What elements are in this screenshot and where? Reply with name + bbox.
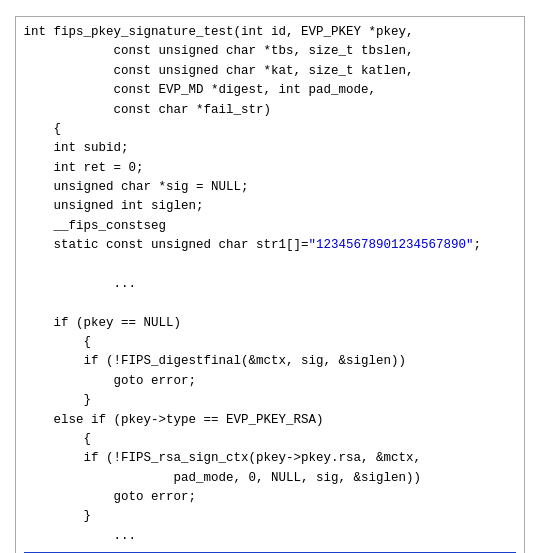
code-block-main: int fips_pkey_signature_test(int id, EVP… xyxy=(24,23,516,546)
line-17: goto error; xyxy=(24,374,197,388)
line-11: __fips_constseg xyxy=(24,219,167,233)
line-23: goto error; xyxy=(24,490,197,504)
line-18: } xyxy=(24,393,92,407)
line-24: } xyxy=(24,509,92,523)
line-12: static const unsigned char str1[]="12345… xyxy=(24,238,482,252)
line-20: { xyxy=(24,432,92,446)
line-6: { xyxy=(24,122,62,136)
line-14: if (pkey == NULL) xyxy=(24,316,182,330)
line-9: unsigned char *sig = NULL; xyxy=(24,180,249,194)
line-3: const unsigned char *kat, size_t katlen, xyxy=(24,64,414,78)
line-22: pad_mode, 0, NULL, sig, &siglen)) xyxy=(24,471,422,485)
line-7: int subid; xyxy=(24,141,129,155)
line-10: unsigned int siglen; xyxy=(24,199,204,213)
line-25: ... xyxy=(24,529,137,543)
line-15: { xyxy=(24,335,92,349)
line-1: int fips_pkey_signature_test(int id, EVP… xyxy=(24,25,414,39)
code-container: int fips_pkey_signature_test(int id, EVP… xyxy=(15,16,525,553)
line-4: const EVP_MD *digest, int pad_mode, xyxy=(24,83,377,97)
line-19: else if (pkey->type == EVP_PKEY_RSA) xyxy=(24,413,324,427)
line-16: if (!FIPS_digestfinal(&mctx, sig, &sigle… xyxy=(24,354,407,368)
line-5: const char *fail_str) xyxy=(24,103,272,117)
line-21: if (!FIPS_rsa_sign_ctx(pkey->pkey.rsa, &… xyxy=(24,451,422,465)
line-13: ... xyxy=(24,277,137,291)
line-8: int ret = 0; xyxy=(24,161,144,175)
line-2: const unsigned char *tbs, size_t tbslen, xyxy=(24,44,414,58)
